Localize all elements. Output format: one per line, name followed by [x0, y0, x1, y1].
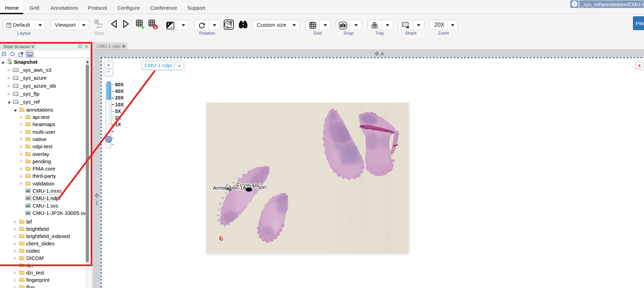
svg-text:Annotation 1: Annotation 1	[213, 185, 243, 191]
svg-text:+: +	[167, 22, 170, 26]
svg-text:+: +	[141, 24, 145, 30]
svg-text:jon: jon	[259, 184, 266, 190]
svg-text:−: −	[170, 25, 173, 29]
svg-text:x: x	[154, 25, 157, 30]
